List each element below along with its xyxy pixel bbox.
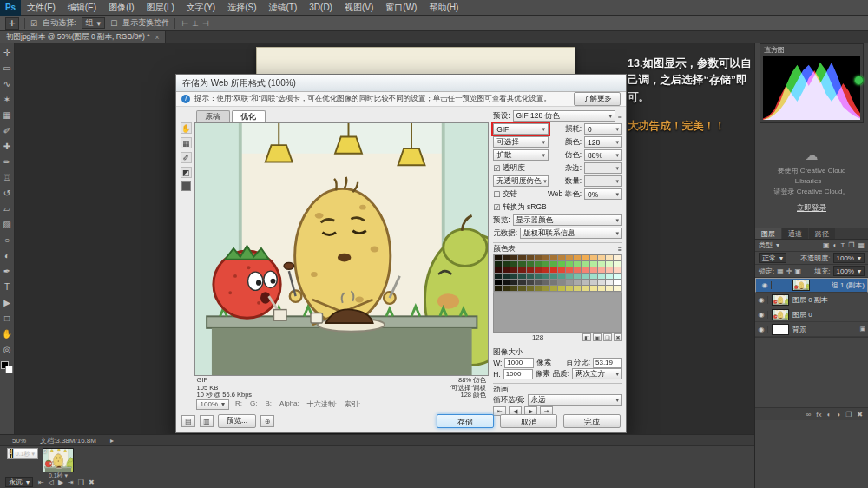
- layers-footer-icon[interactable]: ❐: [845, 411, 852, 419]
- tab-optimized[interactable]: 优化: [232, 110, 266, 122]
- color-swatch[interactable]: [550, 267, 557, 273]
- tool-move-tool[interactable]: ✛: [0, 45, 14, 61]
- color-swatch[interactable]: [527, 280, 534, 285]
- visibility-eye-icon[interactable]: ◉: [755, 311, 768, 319]
- menu-item[interactable]: 文字(Y): [181, 0, 221, 16]
- color-swatch[interactable]: [558, 274, 565, 279]
- color-swatch[interactable]: [614, 261, 621, 267]
- frame-delay-select[interactable]: 0.1秒 ▾: [16, 451, 35, 458]
- web-snap-select[interactable]: 0%▾: [584, 188, 622, 200]
- cancel-button[interactable]: 取消: [500, 414, 557, 428]
- preview-in-browser-button[interactable]: 预览...: [218, 414, 256, 428]
- tool-blur-tool[interactable]: ○: [0, 233, 14, 248]
- tool-marquee-tool[interactable]: ▭: [0, 61, 14, 76]
- color-swatch[interactable]: [598, 280, 605, 285]
- timeline-control-button[interactable]: ◁: [49, 478, 54, 486]
- color-swatch[interactable]: [614, 286, 621, 291]
- color-swatch[interactable]: [527, 267, 534, 273]
- layers-footer-icon[interactable]: ∞: [806, 411, 812, 419]
- color-swatch[interactable]: [598, 261, 605, 267]
- document-tab[interactable]: 初图jpg副本 @ 50%(图层 0 副本, RGB/8#) * ×: [0, 31, 166, 43]
- timeline-control-button[interactable]: ⇤: [38, 478, 44, 486]
- color-swatch[interactable]: [558, 267, 565, 273]
- color-swatch[interactable]: [495, 261, 502, 267]
- color-swatch[interactable]: [510, 267, 517, 273]
- color-swatch[interactable]: [574, 280, 581, 285]
- tool-crop-tool[interactable]: ▦: [0, 108, 14, 123]
- tool-eyedropper-tool[interactable]: ✐: [0, 123, 14, 139]
- amount-select[interactable]: ▾: [584, 175, 622, 187]
- color-swatch[interactable]: [527, 255, 534, 260]
- color-swatch[interactable]: [550, 255, 557, 260]
- color-swatch[interactable]: [510, 286, 517, 291]
- layers-footer-icon[interactable]: ✖: [857, 411, 863, 419]
- color-swatch[interactable]: [558, 286, 565, 291]
- histogram-refresh-dot[interactable]: [854, 76, 864, 85]
- layers-footer-icon[interactable]: ◐: [826, 411, 831, 419]
- color-swatch[interactable]: [550, 280, 557, 285]
- zoom-select[interactable]: 100%▾: [196, 399, 229, 410]
- color-swatch[interactable]: [598, 267, 605, 273]
- dither-select[interactable]: 88%▾: [584, 149, 622, 161]
- visibility-eye-icon[interactable]: ◉: [755, 326, 768, 333]
- color-swatch[interactable]: [518, 274, 525, 279]
- color-swatch[interactable]: [503, 280, 510, 285]
- color-swatch[interactable]: [535, 286, 542, 291]
- visibility-eye-icon[interactable]: ◉: [759, 281, 772, 289]
- color-swatch[interactable]: [535, 280, 542, 285]
- delete-color-button[interactable]: ✖: [614, 333, 622, 341]
- color-swatch[interactable]: [582, 255, 589, 260]
- filter-icon[interactable]: ◐: [833, 241, 838, 249]
- quality-select[interactable]: 两次立方▾: [572, 368, 622, 379]
- color-swatch[interactable]: [510, 255, 517, 260]
- lock-toggle-icon[interactable]: ▦: [777, 267, 784, 275]
- matte-select[interactable]: ▾: [584, 162, 622, 174]
- color-swatch[interactable]: [558, 280, 565, 285]
- tool-gradient-tool[interactable]: ▨: [0, 217, 14, 233]
- panel-menu-icon[interactable]: ≡: [618, 245, 622, 254]
- color-swatch[interactable]: [566, 255, 573, 260]
- color-swatch[interactable]: [574, 286, 581, 291]
- color-swatch[interactable]: [582, 286, 589, 291]
- done-button[interactable]: 完成: [563, 414, 621, 428]
- srgb-checkbox[interactable]: ☑: [493, 203, 500, 212]
- browser-globe-icon[interactable]: ⊕: [260, 415, 274, 427]
- color-swatch[interactable]: [535, 261, 542, 267]
- filter-icon[interactable]: T: [840, 241, 845, 249]
- websafe-shift-button[interactable]: ◧: [582, 333, 591, 341]
- device-preview-icon[interactable]: ▤: [181, 415, 195, 427]
- color-swatch[interactable]: [495, 267, 502, 273]
- menu-item[interactable]: 帮助(H): [423, 0, 464, 16]
- color-swatch[interactable]: [598, 286, 605, 291]
- color-swatch[interactable]: [606, 286, 613, 291]
- hand-tool[interactable]: ✋: [181, 122, 192, 134]
- color-swatch[interactable]: [510, 280, 517, 285]
- color-swatch[interactable]: [550, 286, 557, 291]
- opacity-select[interactable]: 100%▾: [833, 253, 865, 263]
- dither-method-select[interactable]: 扩散▾: [493, 149, 549, 161]
- reduction-select[interactable]: 可选择▾: [493, 136, 549, 148]
- blend-mode-select[interactable]: 正常▾: [759, 253, 786, 263]
- layer-row[interactable]: ◉图层 0 副本: [755, 293, 868, 307]
- color-swatch[interactable]: [606, 255, 613, 260]
- color-swatch[interactable]: [518, 261, 525, 267]
- menu-item[interactable]: 视图(V): [339, 0, 379, 16]
- tab-layers[interactable]: 图层: [755, 228, 781, 239]
- tool-path-select-tool[interactable]: ▶: [0, 295, 14, 311]
- color-swatch[interactable]: [527, 261, 534, 267]
- menu-item[interactable]: 图像(I): [102, 0, 140, 16]
- animation-frame[interactable]: 10.1秒 ▾: [7, 448, 38, 459]
- tab-channels[interactable]: 通道: [782, 228, 808, 239]
- layers-footer-icon[interactable]: fx: [816, 411, 821, 419]
- tool-hand-tool[interactable]: ✋: [0, 326, 14, 342]
- caret-icon[interactable]: ▾: [776, 241, 779, 249]
- color-swatch[interactable]: [566, 286, 573, 291]
- layer-row[interactable]: ◉背景▣: [755, 322, 868, 337]
- color-swatch[interactable]: [614, 267, 621, 273]
- color-swatch[interactable]: [574, 274, 581, 279]
- menu-item[interactable]: 图层(L): [141, 0, 181, 16]
- background-color[interactable]: [5, 366, 13, 373]
- layer-row[interactable]: ◉组 1 (副本): [755, 278, 868, 293]
- color-swatch[interactable]: [582, 267, 589, 273]
- color-swatch[interactable]: [598, 274, 605, 279]
